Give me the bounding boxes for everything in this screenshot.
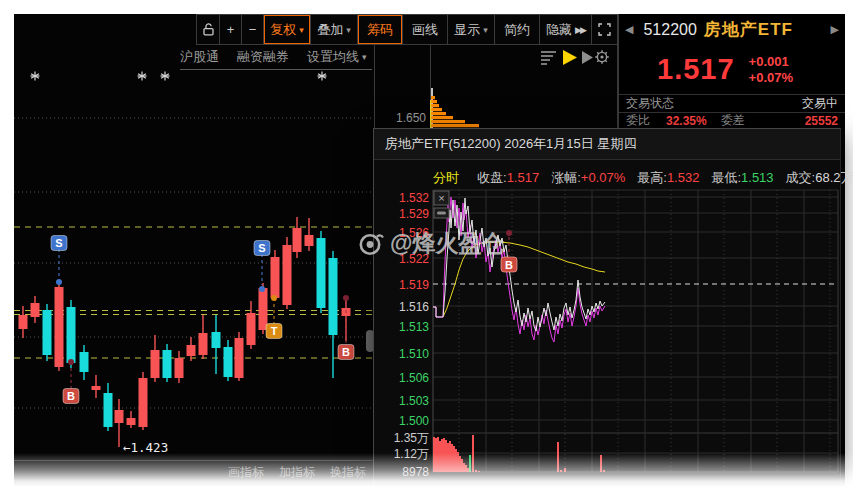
stat-最低: 最低:1.513 [711,170,773,185]
weicha-value: 25552 [805,114,838,128]
price-axis-label: 1.35万 [374,431,429,445]
svg-text:T: T [271,325,278,337]
lock-open-icon [201,22,216,37]
svg-text:B: B [67,390,75,402]
overlay-button[interactable]: 叠加▾ [311,14,358,45]
candlestick [31,296,40,323]
stat-value: +0.07% [581,170,625,185]
candlestick [293,217,302,258]
footer-button-1[interactable]: 加指标 [279,464,315,481]
weibi-value: 32.35% [666,114,707,128]
candlestick [247,301,256,349]
subtab-label: 沪股通 [180,48,219,66]
price-axis-label: 1.529 [374,207,429,221]
signal-badge-s: S [254,241,270,293]
chart-quick-icons[interactable] [541,50,609,65]
tab-fenshi[interactable]: 分时 [433,170,459,185]
chevron-down-icon: ▾ [483,25,488,35]
last-price: 1.517 [657,53,735,86]
intraday-popup: 房地产ETF(512200) 2026年1月15日 星期四 分时收盘:1.517… [373,128,841,491]
simple-mode-button[interactable]: 简约 [495,14,540,45]
button-label: 显示 [454,21,480,39]
signal-badge-s: S [51,236,67,286]
stat-label: 收盘: [477,170,507,185]
footer-button-2[interactable]: 换指标 [330,464,366,481]
zoom-in-button[interactable]: + [220,14,242,45]
collapse-arrows-icon: ▶▶ [575,25,585,35]
status-label: 交易状态 [626,95,674,112]
candlestick [283,237,292,309]
intraday-info-row: 分时收盘:1.517涨幅:+0.07%最高:1.532最低:1.513成交:68… [433,169,853,187]
chips-button[interactable]: 筹码 [358,14,403,45]
candlestick [127,411,136,428]
price-axis-label: 1.522 [374,252,429,266]
play-forward-icon[interactable] [563,50,577,65]
price-change: +0.001 +0.07% [749,54,793,86]
price-axis-label: 1.510 [374,347,429,361]
asterisk-marker [31,72,40,81]
stat-label: 最高: [637,170,667,185]
price-axis-label: 1.516 [374,300,429,314]
button-label: 叠加 [317,21,343,39]
stat-成交: 成交:68.2万 [786,170,853,185]
subtab-1[interactable]: 融资融券 [237,48,289,66]
weicha-label: 委差 [721,112,745,129]
price-axis-label: 8978 [374,465,429,479]
asterisk-marker [318,72,327,81]
fullscreen-button[interactable] [592,14,618,45]
trade-status-row: 交易状态 交易中 [619,94,845,113]
price-axis-label: 1.519 [374,278,429,292]
market-tabs: 沪股通融资融券设置均线▾ [180,45,372,70]
chip-axis-label: 1.650 [388,111,426,125]
candlestick [212,315,221,374]
stat-value: 1.517 [507,170,540,185]
signal-badge-t: T [266,295,282,339]
candlestick [55,281,64,371]
price-row: 1.517 +0.001 +0.07% [619,45,845,94]
button-label: 复权 [270,21,296,39]
candlestick [67,300,76,368]
gear-icon[interactable] [595,50,609,64]
candlestick [175,351,184,383]
popup-title[interactable]: 房地产ETF(512200) 2026年1月15日 星期四 [374,129,840,160]
stat-label: 成交: [786,170,816,185]
candlestick [235,332,244,381]
fuquan-button[interactable]: 复权▾ [264,14,311,45]
subtab-2[interactable]: 设置均线▾ [307,48,367,66]
quote-panel: ◀ 512200 房地产ETF ▶ 1.517 +0.001 +0.07% 交易… [618,14,845,128]
price-axis-label: 1.12万 [374,447,429,461]
zoom-out-button[interactable]: − [242,14,264,45]
candlestick [271,250,280,301]
candlestick [163,344,172,382]
chevron-down-icon: ▾ [346,25,351,35]
change-value: +0.001 [749,54,789,69]
bid-ratio-row: 委比 32.35% 委差 25552 [619,113,845,128]
subtab-label: 融资融券 [237,48,289,66]
prev-stock-arrow[interactable]: ◀ [625,23,633,36]
candlestick [224,340,233,381]
stat-value: 68.2万 [815,170,853,185]
play-icon[interactable] [582,51,593,64]
asterisk-marker [138,72,147,81]
hide-button[interactable]: 隐藏▶▶ [540,14,592,45]
status-value: 交易中 [802,95,838,112]
button-label: − [249,22,257,37]
next-stock-arrow[interactable]: ▶ [831,23,839,36]
footer-button-0[interactable]: 画指标 [228,464,264,481]
button-label: 筹码 [367,21,393,39]
stat-涨幅: 涨幅:+0.07% [551,170,625,185]
change-percent: +0.07% [749,70,793,85]
stat-value: 1.513 [741,170,774,185]
display-button[interactable]: 显示▾ [448,14,495,45]
stat-收盘: 收盘:1.517 [477,170,539,185]
button-label: + [227,22,235,37]
candlestick [199,315,208,359]
candlestick [187,337,196,361]
subtab-0[interactable]: 沪股通 [180,48,219,66]
price-axis-label: 1.503 [374,394,429,408]
lock-button[interactable] [196,14,220,45]
button-label: 简约 [504,21,530,39]
price-axis-label: 1.500 [374,414,429,428]
draw-line-button[interactable]: 画线 [403,14,448,45]
subtab-label: 设置均线 [307,48,359,66]
